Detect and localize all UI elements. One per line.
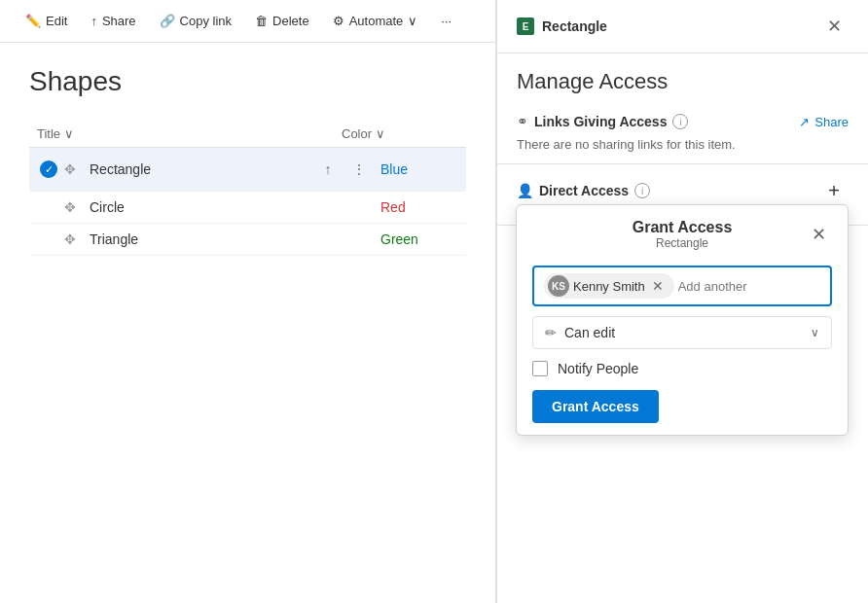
copy-link-button[interactable]: 🔗 Copy link bbox=[150, 8, 241, 34]
remove-person-button[interactable]: ✕ bbox=[649, 277, 667, 295]
row-item-icon: ✥ bbox=[64, 231, 84, 247]
panel-close-button[interactable]: ✕ bbox=[819, 12, 849, 41]
color-sort-icon: ∨ bbox=[376, 126, 385, 141]
row-color-value: Green bbox=[380, 231, 458, 247]
permission-label: Can edit bbox=[564, 325, 615, 340]
no-links-text: There are no sharing links for this item… bbox=[517, 137, 849, 152]
link-icon: ⚭ bbox=[517, 114, 528, 129]
automate-button[interactable]: ⚙ Automate ∨ bbox=[323, 8, 428, 34]
delete-label: Delete bbox=[272, 14, 309, 28]
permission-left: ✏ Can edit bbox=[545, 325, 615, 340]
direct-access-info-icon[interactable]: i bbox=[634, 183, 650, 198]
manage-access-panel: E Rectangle ✕ Manage Access ⚭ Links Givi… bbox=[496, 0, 868, 603]
notify-checkbox[interactable] bbox=[532, 361, 548, 376]
notify-row: Notify People bbox=[532, 361, 832, 376]
person-initials: KS bbox=[552, 281, 565, 292]
automate-chevron-icon: ∨ bbox=[408, 14, 417, 28]
row-item-icon: ✥ bbox=[64, 161, 84, 177]
delete-icon: 🗑 bbox=[255, 14, 268, 28]
grant-body: KS Kenny Smith ✕ ✏ Can edit ∨ bbox=[517, 254, 848, 435]
add-direct-access-button[interactable]: + bbox=[819, 176, 849, 205]
row-item-name: Circle bbox=[90, 199, 373, 215]
automate-label: Automate bbox=[349, 14, 404, 28]
color-col-label: Color bbox=[342, 126, 372, 141]
people-input-area[interactable]: KS Kenny Smith ✕ bbox=[532, 266, 832, 306]
links-section-header: ⚭ Links Giving Access i ↗ Share bbox=[517, 114, 849, 129]
row-item-icon: ✥ bbox=[64, 199, 84, 215]
grant-access-subtitle: Rectangle bbox=[560, 236, 805, 250]
grant-access-button[interactable]: Grant Access bbox=[532, 390, 659, 423]
links-section-title: Links Giving Access bbox=[534, 114, 667, 129]
list-item[interactable]: ✥ Triangle Green bbox=[29, 224, 466, 256]
left-panel: ✏️ Edit ↑ Share 🔗 Copy link 🗑 Delete ⚙ A… bbox=[0, 0, 496, 603]
direct-access-header: 👤 Direct Access i + bbox=[517, 176, 849, 205]
list-item[interactable]: ✓ ✥ Rectangle ↑ ⋮ Blue bbox=[29, 148, 466, 192]
row-item-name: Triangle bbox=[90, 231, 373, 247]
person-avatar: KS bbox=[548, 275, 569, 297]
row-share-icon[interactable]: ↑ bbox=[314, 156, 342, 183]
more-button[interactable]: ··· bbox=[431, 8, 461, 34]
person-name: Kenny Smith bbox=[573, 279, 645, 294]
grant-access-title: Grant Access bbox=[560, 219, 805, 236]
copy-link-icon: 🔗 bbox=[160, 14, 175, 28]
edit-button[interactable]: ✏️ Edit bbox=[16, 8, 77, 34]
share-link-label: Share bbox=[814, 115, 849, 129]
edit-pencil-icon: ✏️ bbox=[25, 14, 41, 28]
links-info-icon[interactable]: i bbox=[672, 114, 688, 129]
file-icon: E bbox=[517, 18, 534, 35]
links-giving-access-section: ⚭ Links Giving Access i ↗ Share There ar… bbox=[497, 102, 868, 164]
direct-access-title: Direct Access bbox=[539, 183, 629, 198]
row-item-name: Rectangle bbox=[90, 161, 314, 177]
share-link-icon: ↗ bbox=[799, 115, 810, 129]
col-color-header: Color ∨ bbox=[342, 126, 458, 141]
file-icon-label: E bbox=[523, 21, 529, 32]
edit-label: Edit bbox=[46, 14, 67, 28]
share-link-button[interactable]: ↗ Share bbox=[799, 115, 849, 129]
permission-dropdown[interactable]: ✏ Can edit ∨ bbox=[532, 316, 832, 349]
copy-link-label: Copy link bbox=[180, 14, 232, 28]
list-header: Title ∨ Color ∨ bbox=[29, 121, 466, 148]
panel-title-row: E Rectangle bbox=[517, 18, 607, 35]
share-label: Share bbox=[102, 14, 136, 28]
direct-access-title-row: 👤 Direct Access i bbox=[517, 183, 650, 198]
people-icon: 👤 bbox=[517, 183, 533, 198]
manage-access-title: Manage Access bbox=[497, 53, 868, 102]
row-color-value: Blue bbox=[380, 161, 458, 177]
panel-header: E Rectangle ✕ bbox=[497, 0, 868, 53]
share-icon: ↑ bbox=[90, 14, 97, 28]
check-circle-icon: ✓ bbox=[40, 160, 57, 178]
toolbar: ✏️ Edit ↑ Share 🔗 Copy link 🗑 Delete ⚙ A… bbox=[0, 0, 495, 43]
share-button[interactable]: ↑ Share bbox=[81, 8, 145, 34]
title-sort-icon: ∨ bbox=[64, 126, 74, 141]
grant-title-block: Grant Access Rectangle bbox=[560, 219, 805, 250]
page-title: Shapes bbox=[29, 66, 466, 97]
row-actions: ↑ ⋮ bbox=[314, 156, 373, 183]
grant-access-overlay: Grant Access Rectangle ✕ KS Kenny Smith … bbox=[516, 204, 849, 436]
title-col-label: Title bbox=[37, 126, 60, 141]
person-tag: KS Kenny Smith ✕ bbox=[544, 273, 674, 299]
edit-pencil-icon: ✏ bbox=[545, 325, 557, 340]
grant-access-header: Grant Access Rectangle ✕ bbox=[517, 205, 848, 254]
row-check: ✓ bbox=[37, 160, 60, 178]
content-area: Shapes Title ∨ Color ∨ ✓ ✥ Rectangle ↑ ⋮… bbox=[0, 43, 495, 603]
links-section-title-row: ⚭ Links Giving Access i bbox=[517, 114, 688, 129]
automate-icon: ⚙ bbox=[333, 14, 344, 28]
delete-button[interactable]: 🗑 Delete bbox=[245, 8, 319, 34]
panel-item-name: Rectangle bbox=[542, 18, 607, 34]
more-label: ··· bbox=[441, 14, 452, 28]
add-another-input[interactable] bbox=[678, 279, 820, 294]
right-panel: E Rectangle ✕ Manage Access ⚭ Links Givi… bbox=[496, 0, 868, 603]
list-item[interactable]: ✥ Circle Red bbox=[29, 192, 466, 224]
grant-close-button[interactable]: ✕ bbox=[805, 221, 832, 248]
row-more-icon[interactable]: ⋮ bbox=[345, 156, 373, 183]
row-color-value: Red bbox=[380, 199, 458, 215]
col-title-header: Title ∨ bbox=[37, 126, 342, 141]
notify-label: Notify People bbox=[558, 361, 638, 376]
chevron-down-icon: ∨ bbox=[811, 326, 819, 339]
